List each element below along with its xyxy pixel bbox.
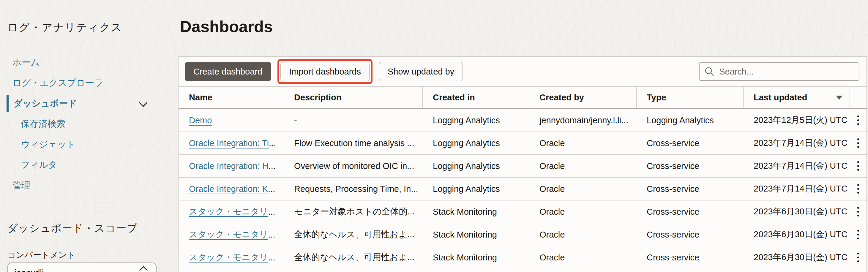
truncation-ellipsis: ... <box>268 184 275 194</box>
dashboard-link[interactable]: Demo <box>189 115 212 125</box>
sidebar-item-widgets[interactable]: ウィジェット <box>0 138 179 151</box>
column-header-created-in[interactable]: Created in <box>423 87 529 108</box>
cell-description: モニター対象ホストの全体的... <box>284 200 423 223</box>
table-row[interactable]: スタック・モニタリ...モニター対象ホストの全体的...Stack Monito… <box>179 200 867 223</box>
cell-name: スタック・モニタリ... <box>179 246 284 269</box>
cell-created-by: Oracle <box>529 177 637 200</box>
cell-type: Cross-service <box>637 200 744 223</box>
cell-name: Oracle Integration: K... <box>179 177 284 200</box>
truncation-ellipsis: ... <box>268 253 275 263</box>
column-header-description[interactable]: Description <box>284 87 423 108</box>
dashboard-link[interactable]: Oracle Integration: H <box>189 161 269 171</box>
cell-actions <box>850 177 867 200</box>
compartment-select[interactable]: jennydli <box>7 263 157 272</box>
create-dashboard-button[interactable]: Create dashboard <box>185 62 271 81</box>
column-header-type[interactable]: Type <box>637 87 744 108</box>
sidebar-item-administration[interactable]: 管理 <box>0 179 179 192</box>
cell-type: Logging Analytics <box>637 109 744 132</box>
show-updated-by-button[interactable]: Show updated by <box>379 62 463 81</box>
truncation-ellipsis: ... <box>268 230 275 240</box>
cell-description: 全体的なヘルス、可用性およ... <box>284 246 423 269</box>
cell-created-by: Oracle <box>529 200 637 223</box>
sidebar-divider <box>7 43 157 43</box>
cell-actions <box>850 109 867 132</box>
table-body: Demo-Logging Analyticsjennydomain/jenny.… <box>179 109 867 269</box>
cell-description: Requests, Processing Time, In... <box>284 177 423 200</box>
cell-name: Oracle Integration: Ti... <box>179 132 284 155</box>
cell-created-in: Stack Monitoring <box>423 246 529 269</box>
cell-last-updated: 2023年7月14日(金) UTC <box>744 155 850 177</box>
column-header-label: Last updated <box>754 93 807 102</box>
row-actions-kebab-menu[interactable] <box>853 158 863 174</box>
cell-type: Cross-service <box>637 132 744 155</box>
cell-description: Flow Execution time analysis ... <box>284 132 423 155</box>
table-row[interactable]: Oracle Integration: H...Overview of moni… <box>179 155 867 177</box>
column-header-name[interactable]: Name <box>179 87 284 108</box>
cell-created-in: Logging Analytics <box>423 177 529 200</box>
sidebar-item-filters[interactable]: フィルタ <box>0 158 179 171</box>
search-box[interactable] <box>699 62 859 81</box>
cell-created-in: Logging Analytics <box>423 155 529 177</box>
row-actions-kebab-menu[interactable] <box>853 135 863 151</box>
sidebar-item-label: ログ・エクスプローラ <box>12 78 103 88</box>
cell-name: Oracle Integration: H... <box>179 155 284 177</box>
dashboard-link[interactable]: スタック・モニタリ <box>189 229 268 240</box>
sidebar-title: ログ・アナリティクス <box>7 20 179 34</box>
table-row[interactable]: Oracle Integration: Ti...Flow Execution … <box>179 132 867 155</box>
dashboard-link[interactable]: Oracle Integration: K <box>189 184 268 194</box>
column-header-created-by[interactable]: Created by <box>529 87 637 108</box>
dashboard-link[interactable]: スタック・モニタリ <box>189 206 268 218</box>
sidebar-item-label: ホーム <box>12 57 39 67</box>
cell-type: Cross-service <box>637 177 744 200</box>
dashboard-scope-title: ダッシュボード・スコープ <box>7 221 138 235</box>
cell-created-by: Oracle <box>529 246 637 269</box>
cell-description: Overview of monitored OIC in... <box>284 155 423 177</box>
table-header-row: Name Description Created in Created by T… <box>179 87 867 109</box>
cell-description: 全体的なヘルス、可用性およ... <box>284 223 423 246</box>
cell-created-in: Logging Analytics <box>423 109 529 132</box>
scope-divider <box>7 249 157 249</box>
cell-last-updated: 2023年6月30日(金) UTC <box>744 200 850 223</box>
row-actions-kebab-menu[interactable] <box>853 112 863 128</box>
table-row[interactable]: Oracle Integration: K...Requests, Proces… <box>179 177 867 200</box>
cell-created-in: Stack Monitoring <box>423 200 529 223</box>
dashboard-link[interactable]: スタック・モニタリ <box>189 251 268 263</box>
cell-actions <box>850 200 867 223</box>
sidebar: ログ・アナリティクス ホーム ログ・エクスプローラ ダッシュボード 保存済検索 … <box>0 0 179 272</box>
table-row[interactable]: スタック・モニタリ...全体的なヘルス、可用性およ...Stack Monito… <box>179 223 867 246</box>
sidebar-item-home[interactable]: ホーム <box>0 56 179 69</box>
dashboard-link[interactable]: Oracle Integration: Ti <box>189 138 269 148</box>
page-title: Dashboards <box>180 17 273 36</box>
cell-last-updated: 2023年7月14日(金) UTC <box>744 132 850 155</box>
row-actions-kebab-menu[interactable] <box>853 250 863 265</box>
search-icon <box>704 67 714 77</box>
cell-created-by: Oracle <box>529 155 637 177</box>
search-input[interactable] <box>719 67 854 77</box>
sort-descending-icon[interactable] <box>836 96 842 100</box>
row-actions-kebab-menu[interactable] <box>853 181 863 197</box>
cell-name: スタック・モニタリ... <box>179 223 284 246</box>
sidebar-item-label: ダッシュボード <box>13 98 77 108</box>
cell-actions <box>850 223 867 246</box>
row-actions-kebab-menu[interactable] <box>853 227 863 242</box>
truncation-ellipsis: ... <box>268 207 275 217</box>
chevron-down-icon[interactable] <box>139 99 147 107</box>
sidebar-item-dashboards[interactable]: ダッシュボード <box>0 97 179 110</box>
cell-created-in: Stack Monitoring <box>423 223 529 246</box>
column-header-actions <box>850 87 867 108</box>
sidebar-item-log-explorer[interactable]: ログ・エクスプローラ <box>0 76 179 90</box>
cell-last-updated: 2023年6月30日(金) UTC <box>744 246 850 269</box>
cell-created-in: Logging Analytics <box>423 132 529 155</box>
column-header-last-updated[interactable]: Last updated <box>744 87 850 108</box>
cell-name: Demo <box>179 109 284 132</box>
table-row[interactable]: スタック・モニタリ...全体的なヘルス、可用性およ...Stack Monito… <box>179 246 867 269</box>
sidebar-item-saved-searches[interactable]: 保存済検索 <box>0 117 179 130</box>
compartment-label: コンパートメント <box>7 250 75 260</box>
cell-actions <box>850 132 867 155</box>
table-row[interactable]: Demo-Logging Analyticsjennydomain/jenny.… <box>179 109 867 132</box>
row-actions-kebab-menu[interactable] <box>853 204 863 219</box>
truncation-ellipsis: ... <box>269 138 276 148</box>
truncation-ellipsis: ... <box>269 161 276 171</box>
import-dashboards-button[interactable]: Import dashboards <box>280 62 370 81</box>
cell-name: スタック・モニタリ... <box>179 200 284 223</box>
